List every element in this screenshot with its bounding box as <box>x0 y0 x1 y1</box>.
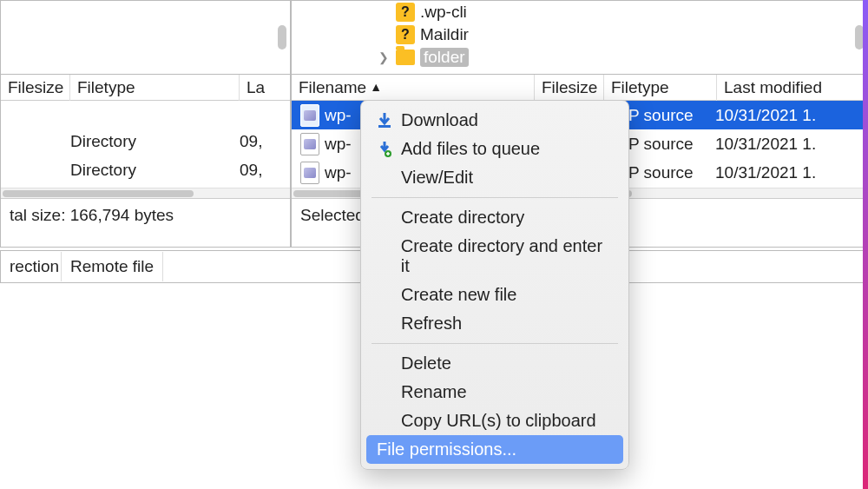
table-row[interactable]: Directory 09, <box>1 127 290 155</box>
remote-tree[interactable]: ? .wp-cli ? Maildir ❯ folder <box>292 1 867 75</box>
menu-create-directory-enter[interactable]: Create directory and enter it <box>361 232 628 281</box>
menu-label: Create directory and enter it <box>401 236 613 276</box>
scrollbar-thumb[interactable] <box>3 190 194 197</box>
menu-label: Download <box>401 110 478 130</box>
local-headers[interactable]: Filesize Filetype La <box>1 75 290 101</box>
table-row <box>1 101 290 127</box>
col-filesize[interactable]: Filesize <box>1 75 70 101</box>
unknown-folder-icon: ? <box>396 3 415 22</box>
menu-label: File permissions... <box>377 439 516 459</box>
local-status: tal size: 166,794 bytes <box>1 198 290 231</box>
col-lastmod[interactable]: Last modified <box>717 75 867 101</box>
local-tree[interactable] <box>1 1 290 75</box>
menu-create-directory[interactable]: Create directory <box>361 203 628 232</box>
col-remote-file[interactable]: Remote file <box>62 252 163 281</box>
col-direction[interactable]: rection <box>1 252 62 281</box>
menu-label: Refresh <box>401 314 462 334</box>
file-icon <box>300 104 319 127</box>
tree-label: folder <box>420 48 469 67</box>
context-menu: Download Add files to queue View/Edit Cr… <box>360 100 629 470</box>
menu-separator <box>372 343 618 344</box>
col-filesize[interactable]: Filesize <box>535 75 604 101</box>
tree-label: Maildir <box>420 25 469 44</box>
local-hscroll[interactable] <box>1 188 290 198</box>
menu-delete[interactable]: Delete <box>361 349 628 378</box>
window-edge-decoration <box>863 0 868 489</box>
menu-label: View/Edit <box>401 168 473 188</box>
col-filetype[interactable]: Filetype <box>70 75 240 101</box>
menu-copy-urls[interactable]: Copy URL(s) to clipboard <box>361 406 628 435</box>
chevron-right-icon[interactable]: ❯ <box>377 50 391 64</box>
menu-separator <box>372 197 618 198</box>
svg-rect-0 <box>378 125 391 128</box>
menu-label: Delete <box>401 354 451 373</box>
remote-headers[interactable]: Filename▲ Filesize Filetype Last modifie… <box>292 75 867 101</box>
menu-label: Add files to queue <box>401 139 540 159</box>
menu-file-permissions[interactable]: File permissions... <box>366 435 623 464</box>
menu-download[interactable]: Download <box>361 106 628 135</box>
local-file-list[interactable]: Directory 09, Directory 09, <box>1 101 290 188</box>
menu-create-file[interactable]: Create new file <box>361 281 628 309</box>
local-pane: Filesize Filetype La Directory 09, Direc… <box>0 0 291 248</box>
add-queue-icon <box>377 142 392 157</box>
scrollbar-thumb[interactable] <box>278 25 286 50</box>
menu-label: Create new file <box>401 285 516 305</box>
unknown-folder-icon: ? <box>396 25 415 44</box>
menu-rename[interactable]: Rename <box>361 378 628 406</box>
col-filename[interactable]: Filename▲ <box>292 75 535 101</box>
tree-label: .wp-cli <box>420 3 467 22</box>
tree-item[interactable]: ? .wp-cli <box>292 1 867 23</box>
menu-view-edit[interactable]: View/Edit <box>361 163 628 192</box>
sort-ascending-icon: ▲ <box>370 80 382 94</box>
menu-label: Create directory <box>401 208 524 228</box>
tree-item[interactable]: ❯ folder <box>292 46 867 69</box>
col-lastmod[interactable]: La <box>240 75 290 101</box>
menu-refresh[interactable]: Refresh <box>361 309 628 338</box>
tree-item[interactable]: ? Maildir <box>292 23 867 46</box>
table-row[interactable]: Directory 09, <box>1 155 290 184</box>
menu-label: Rename <box>401 382 467 402</box>
menu-add-to-queue[interactable]: Add files to queue <box>361 135 628 163</box>
col-filetype[interactable]: Filetype <box>604 75 717 101</box>
folder-icon <box>396 50 415 65</box>
menu-label: Copy URL(s) to clipboard <box>401 411 596 431</box>
download-icon <box>377 113 392 129</box>
file-icon <box>300 162 319 184</box>
file-icon <box>300 133 319 155</box>
